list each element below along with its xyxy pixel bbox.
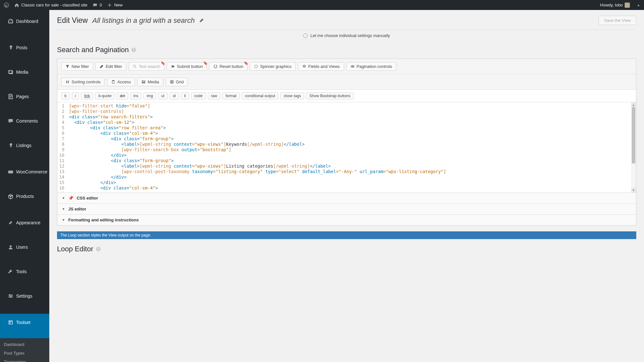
quicktag-b[interactable]: b xyxy=(61,92,70,99)
toolbar-row-1: New filterEdit filterText search🔖Submit … xyxy=(57,59,636,74)
quicktag-del[interactable]: del xyxy=(117,92,128,99)
svg-point-7 xyxy=(133,65,136,67)
quicktag-img[interactable]: img xyxy=(143,92,156,99)
button-label: Text search xyxy=(139,64,160,69)
svg-rect-2 xyxy=(8,171,13,173)
quicktag-i[interactable]: i xyxy=(72,92,79,99)
sidebar-item-posts[interactable]: Posts xyxy=(0,39,49,63)
sidebar-sub-item[interactable]: Post Types xyxy=(0,349,49,357)
new-label: New xyxy=(114,3,122,7)
svg-point-4 xyxy=(9,294,10,295)
pin-icon: 📌 xyxy=(68,196,73,200)
access-button[interactable]: Access xyxy=(107,78,135,86)
pagination-icon xyxy=(351,64,355,69)
scrollbar[interactable] xyxy=(631,107,636,188)
media-icon xyxy=(8,69,14,75)
formatting-and-editing-instructions-panel[interactable]: ▼Formatting and editing instructions xyxy=(57,214,636,225)
quicktag-ins[interactable]: ins xyxy=(130,92,141,99)
view-name: All listings in a grid with a search xyxy=(92,16,195,25)
media-button[interactable]: Media xyxy=(137,78,163,86)
sidebar-item-users[interactable]: Users xyxy=(0,238,49,263)
new-filter-button[interactable]: New filter xyxy=(61,62,93,71)
product-icon xyxy=(8,193,14,199)
sidebar-item-toolset[interactable]: Toolset xyxy=(0,314,49,338)
sidebar-item-label: Dashboard xyxy=(16,19,38,24)
quicktag-link[interactable]: link xyxy=(81,92,93,99)
site-link[interactable]: Classic cars for sale - classified site xyxy=(14,3,87,8)
admin-bar: Classic cars for sale - classified site … xyxy=(0,0,644,10)
sidebar-item-comments[interactable]: Comments xyxy=(0,112,49,137)
quicktag-b-quote[interactable]: b-quote xyxy=(95,92,115,99)
sidebar-item-appearance[interactable]: Appearance xyxy=(0,214,49,238)
quicktag-ul[interactable]: ul xyxy=(158,92,168,99)
quicktag-code[interactable]: code xyxy=(191,92,206,99)
quicktag-close-tags[interactable]: close tags xyxy=(280,92,304,99)
scroll-up-icon[interactable]: ▴ xyxy=(631,102,636,107)
quicktag-format[interactable]: format xyxy=(222,92,240,99)
sidebar-item-pages[interactable]: Pages xyxy=(0,88,49,112)
sidebar-item-products[interactable]: Products xyxy=(0,188,49,212)
manual-settings-row[interactable]: Let me choose individual settings manual… xyxy=(57,33,636,38)
sidebar-item-listings[interactable]: Listings xyxy=(0,137,49,161)
svg-point-12 xyxy=(143,81,143,82)
save-view-button[interactable]: Save the View xyxy=(599,16,636,25)
sidebar-item-label: Pages xyxy=(16,94,29,99)
manual-settings-label: Let me choose individual settings manual… xyxy=(310,33,390,38)
sidebar-item-woocommerce[interactable]: WooCommerce xyxy=(0,163,49,188)
sorting-controls-button[interactable]: Sorting controls xyxy=(61,78,105,86)
code-editor[interactable]: 1234567891011121314151617 [wpv-filter-st… xyxy=(57,102,636,192)
scrollbar-thumb[interactable] xyxy=(632,107,635,163)
edit-title-icon[interactable] xyxy=(199,18,204,24)
sidebar-item-label: Appearance xyxy=(16,220,41,225)
scroll-down-icon[interactable]: ▾ xyxy=(631,188,636,192)
text-search-button[interactable]: Text search🔖 xyxy=(129,62,164,71)
submit-button-button[interactable]: Submit button🔖 xyxy=(167,62,207,71)
spinner-graphics-button[interactable]: Spinner graphics xyxy=(250,62,296,71)
comments-count: 0 xyxy=(100,3,102,7)
sidebar-item-tools[interactable]: Tools xyxy=(0,263,49,287)
css-editor-panel[interactable]: ▼📌CSS editor xyxy=(57,192,636,203)
sidebar-item-media[interactable]: Media xyxy=(0,63,49,88)
radio-icon[interactable] xyxy=(303,33,308,38)
button-label: New filter xyxy=(72,64,89,69)
pagination-controls-button[interactable]: Pagination controls xyxy=(346,62,397,71)
spinner-icon xyxy=(254,64,258,69)
edit-filter-button[interactable]: Edit filter xyxy=(95,62,126,71)
panel-label: CSS editor xyxy=(77,196,98,200)
section-loop-editor-title: Loop Editor xyxy=(57,245,93,253)
grid-button[interactable]: Grid xyxy=(166,78,188,86)
toolbar-row-2: Sorting controlsAccessMediaGrid xyxy=(57,74,636,90)
quicktag-li[interactable]: li xyxy=(181,92,189,99)
comments-link[interactable]: 0 xyxy=(92,3,102,8)
quicktag-raw[interactable]: raw xyxy=(208,92,220,99)
help-icon[interactable]: ? xyxy=(131,48,136,52)
howdy-link[interactable]: Howdy, lobo xyxy=(600,3,630,8)
sidebar-sub-item[interactable]: Taxonomies xyxy=(0,357,49,362)
search-pagination-panel: New filterEdit filterText search🔖Submit … xyxy=(57,59,636,226)
js-editor-panel[interactable]: ▼JS editor xyxy=(57,203,636,214)
clipboard-icon xyxy=(111,80,115,84)
quicktag-conditional-output[interactable]: conditional output xyxy=(242,92,278,99)
button-label: Media xyxy=(148,79,159,84)
new-link[interactable]: New xyxy=(107,3,122,8)
fields-and-views-button[interactable]: Fields and Views xyxy=(298,62,344,71)
screen-toggle-icon[interactable]: ▲ xyxy=(637,3,640,7)
help-icon[interactable]: ? xyxy=(96,247,101,251)
sidebar-item-dashboard[interactable]: Dashboard xyxy=(0,13,49,37)
quicktag-ol[interactable]: ol xyxy=(169,92,179,99)
bookmark-icon: 🔖 xyxy=(244,61,248,65)
image-icon xyxy=(141,80,146,84)
code-area[interactable]: [wpv-filter-start hide="false"][wpv-filt… xyxy=(66,102,636,192)
page-icon xyxy=(8,94,14,99)
caret-down-icon: ▼ xyxy=(62,218,65,222)
sidebar-sub-item[interactable]: Dashboard xyxy=(0,340,49,349)
forward-icon xyxy=(171,64,175,69)
wp-logo-icon[interactable] xyxy=(4,3,9,8)
woo-icon xyxy=(8,169,14,175)
reset-button-button[interactable]: Reset button🔖 xyxy=(209,62,247,71)
sidebar-item-label: Comments xyxy=(16,118,38,124)
admin-sidebar: DashboardPostsMediaPagesCommentsListings… xyxy=(0,10,49,362)
quicktag-Show-Bootstrap-buttons[interactable]: Show Bootstrap buttons xyxy=(306,92,353,99)
sidebar-item-settings[interactable]: Settings xyxy=(0,287,49,312)
svg-point-8 xyxy=(255,65,257,68)
